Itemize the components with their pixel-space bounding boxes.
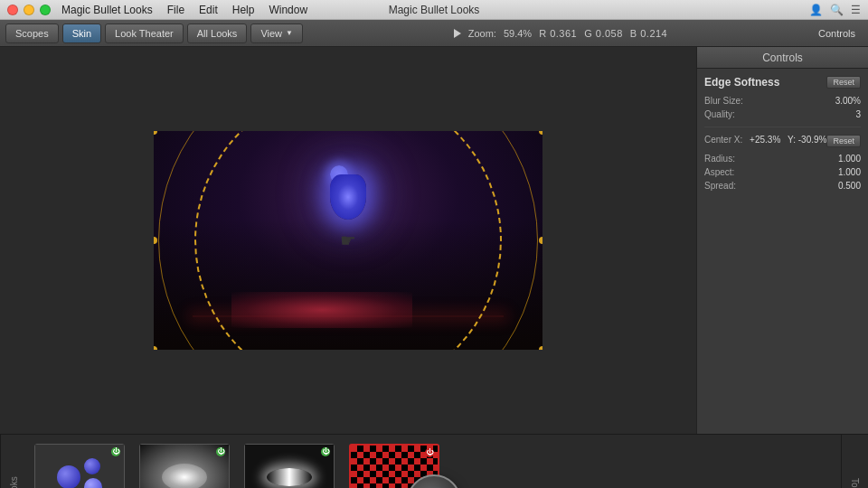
tools-label: Tools: [841, 435, 868, 488]
sphere-blue-3: [84, 478, 102, 489]
aspect-label: Aspect:: [704, 167, 734, 177]
right-panel: Controls Reset Edge Softness Blur Size: …: [696, 47, 868, 434]
center-label: Center X:: [704, 135, 742, 145]
all-looks-button[interactable]: All Looks: [187, 23, 248, 43]
g-value: G 0.058: [584, 28, 623, 39]
reset-button-2[interactable]: Reset: [826, 135, 861, 147]
radius-row: Radius: 1.000: [704, 154, 861, 164]
radius-value[interactable]: 1.000: [838, 154, 861, 164]
handle-bottom-right[interactable]: [539, 346, 542, 350]
zoom-value: 59.4%: [504, 28, 532, 39]
menu-bar: Magic Bullet Looks File Edit Help Window: [61, 4, 307, 16]
handle-container: [154, 131, 542, 350]
sphere-blue-1: [57, 465, 80, 489]
colorista-power[interactable]: ⏻: [111, 447, 120, 456]
quality-value[interactable]: 3: [855, 109, 861, 119]
aspect-row: Aspect: 1.000: [704, 167, 861, 177]
menu-window[interactable]: Window: [269, 4, 307, 16]
spread-row: Spread: 0.500: [704, 181, 861, 191]
vignette-spot: [162, 464, 207, 489]
anamorphose-power[interactable]: ⏻: [321, 447, 330, 456]
logo-overlay: M: [407, 474, 461, 488]
b-value: B 0.214: [630, 28, 667, 39]
reset-button-1[interactable]: Reset: [826, 76, 861, 89]
user-icon: 👤: [809, 4, 823, 16]
zoom-label: Zoom:: [468, 28, 496, 39]
bottom-area: Looks ⏻ Colorista 3-Way: [0, 434, 868, 488]
sphere-blue-2: [84, 458, 100, 474]
blur-size-label: Blur Size:: [704, 96, 743, 106]
toolbar: Scopes Skin Look Theater All Looks View …: [0, 20, 868, 47]
handle-middle-left[interactable]: [154, 237, 157, 244]
menu-file[interactable]: File: [167, 4, 184, 16]
tools-chain: ⏻ Colorista 3-Way ⏻ Vignette ⏻ Anamorpho…: [27, 435, 841, 488]
quality-row: Quality: 3: [704, 109, 861, 119]
tool-anamorphose[interactable]: ⏻ Anamorphose: [244, 444, 335, 489]
app-name: Magic Bullet Looks: [61, 4, 153, 16]
controls-label: Controls: [818, 28, 863, 39]
toolbar-center: Zoom: 59.4% R 0.361 G 0.058 B 0.214: [307, 28, 815, 39]
search-icon[interactable]: 🔍: [830, 4, 844, 16]
looks-label: Looks: [0, 435, 27, 488]
preview-canvas: ☛: [154, 131, 542, 350]
handle-top-left[interactable]: [154, 131, 157, 135]
view-button[interactable]: View ▼: [250, 23, 303, 43]
center-row: Center X: +25.3% Y: -30.9%: [704, 135, 826, 145]
menu-help[interactable]: Help: [232, 4, 255, 16]
radius-label: Radius:: [704, 154, 735, 164]
close-button[interactable]: [7, 5, 18, 15]
menu-edit[interactable]: Edit: [199, 4, 218, 16]
play-triangle-icon: [454, 29, 461, 38]
video-content: ☛: [154, 131, 542, 350]
minimize-button[interactable]: [24, 5, 34, 15]
menu-icon[interactable]: ☰: [851, 4, 861, 16]
controls-header: Controls: [697, 47, 868, 69]
center-y-value[interactable]: Y: -30.9%: [788, 135, 826, 145]
tool-vignette[interactable]: ⏻ Vignette: [139, 444, 230, 489]
aspect-value[interactable]: 1.000: [838, 167, 861, 177]
quality-label: Quality:: [704, 109, 735, 119]
window-icons: 👤 🔍 ☰: [809, 4, 861, 16]
r-value: R 0.361: [539, 28, 577, 39]
edge-softness-power[interactable]: ⏻: [425, 448, 434, 457]
handle-bottom-left[interactable]: [154, 346, 157, 350]
skin-button[interactable]: Skin: [62, 23, 101, 43]
window-title: Magic Bullet Looks: [389, 4, 480, 16]
title-bar: Magic Bullet Looks File Edit Help Window…: [0, 0, 868, 20]
spread-value[interactable]: 0.500: [838, 181, 861, 191]
spread-label: Spread:: [704, 181, 736, 191]
maximize-button[interactable]: [40, 5, 51, 15]
scopes-button[interactable]: Scopes: [5, 23, 59, 43]
play-button[interactable]: [454, 29, 461, 38]
anamorphose-flare: [267, 468, 312, 486]
vignette-power[interactable]: ⏻: [216, 447, 225, 456]
blur-size-row: Blur Size: 3.00%: [704, 96, 861, 106]
dropdown-arrow: ▼: [286, 29, 293, 37]
handle-top-right[interactable]: [539, 131, 542, 135]
blur-size-value[interactable]: 3.00%: [835, 96, 861, 106]
look-theater-button[interactable]: Look Theater: [105, 23, 184, 43]
logo-circle: M: [407, 474, 461, 488]
tool-colorista[interactable]: ⏻ Colorista 3-Way: [34, 444, 125, 489]
controls-content: Reset Edge Softness Blur Size: 3.00% Qua…: [697, 69, 868, 434]
handle-middle-right[interactable]: [539, 237, 542, 244]
preview-area[interactable]: ☛: [0, 47, 696, 434]
window-controls: [7, 5, 51, 15]
center-x-value[interactable]: +25.3%: [750, 135, 780, 145]
main-area: ☛ Controls Reset Edge Softness Blur Size…: [0, 47, 868, 434]
